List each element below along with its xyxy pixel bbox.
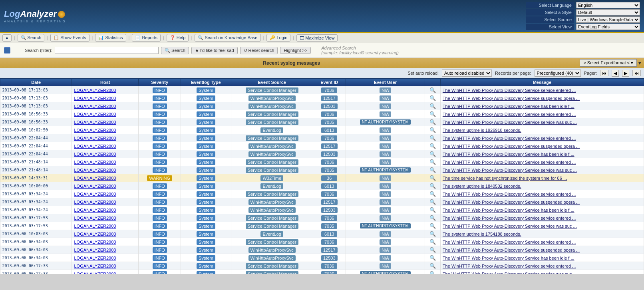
cell-host[interactable]: LOGANALYZER2003 [72,262,139,270]
host-link[interactable]: LOGANALYZER2003 [74,232,116,236]
message-link[interactable]: The WinHTTP Web Proxy Auto-Discovery Ser… [443,144,580,149]
cell-host[interactable]: LOGANALYZER2003 [72,150,139,158]
cell-host[interactable]: LOGANALYZER2003 [72,238,139,246]
cell-search-icon[interactable]: 🔍 [425,102,441,110]
nav-next-button[interactable]: ▶ [622,70,629,77]
search-detail-icon[interactable]: 🔍 [429,95,436,101]
message-link[interactable]: The WinHTTP Web Proxy Auto-Discovery Ser… [443,224,577,228]
search-detail-icon[interactable]: 🔍 [429,103,436,109]
message-link[interactable]: The WinHTTP Web Proxy Auto-Discovery Ser… [443,216,576,220]
cell-host[interactable]: LOGANALYZER2003 [72,118,139,126]
search-detail-icon[interactable]: 🔍 [429,175,436,181]
host-link[interactable]: LOGANALYZER2003 [74,176,116,181]
cell-search-icon[interactable]: 🔍 [425,254,441,262]
message-link[interactable]: The WinHTTP Web Proxy Auto-Discovery Ser… [443,152,574,157]
search-detail-icon[interactable]: 🔍 [429,135,436,141]
host-link[interactable]: LOGANALYZER2003 [74,208,116,213]
cell-message[interactable]: The WinHTTP Web Proxy Auto-Discovery Ser… [440,118,644,126]
host-link[interactable]: LOGANALYZER2003 [74,200,116,205]
search-detail-icon[interactable]: 🔍 [429,215,436,221]
reset-search-button[interactable]: ↺ Reset search [240,47,278,54]
cell-host[interactable]: LOGANALYZER2003 [72,246,139,254]
search-button[interactable]: 🔍 Search [161,47,189,54]
btn-show-events[interactable]: 📋 Show Events [50,34,89,42]
message-link[interactable]: The WinHTTP Web Proxy Auto-Discovery Ser… [443,96,580,101]
message-link[interactable]: The time service has not synchronized th… [443,176,567,181]
cell-host[interactable]: LOGANALYZER2003 [72,206,139,214]
btn-reports[interactable]: 📄 Reports [132,34,161,42]
cell-search-icon[interactable]: 🔍 [425,126,441,134]
cell-search-icon[interactable]: 🔍 [425,214,441,222]
cell-host[interactable]: LOGANALYZER2003 [72,230,139,238]
search-detail-icon[interactable]: 🔍 [429,207,436,213]
message-link[interactable]: The WinHTTP Web Proxy Auto-Discovery Ser… [443,256,574,260]
message-link[interactable]: The WinHTTP Web Proxy Auto-Discovery Ser… [443,168,577,173]
message-link[interactable]: The WinHTTP Web Proxy Auto-Discovery Ser… [443,88,576,93]
message-link[interactable]: The WinHTTP Web Proxy Auto-Discovery Ser… [443,104,574,109]
cell-host[interactable]: LOGANALYZER2003 [72,158,139,166]
search-detail-icon[interactable]: 🔍 [429,255,436,261]
btn-search[interactable]: 🔍 Search [18,34,45,42]
host-link[interactable]: LOGANALYZER2003 [74,144,116,149]
search-detail-icon[interactable]: 🔍 [429,231,436,237]
cell-message[interactable]: The WinHTTP Web Proxy Auto-Discovery Ser… [440,158,644,166]
cell-search-icon[interactable]: 🔍 [425,142,441,150]
message-link[interactable]: The WinHTTP Web Proxy Auto-Discovery Ser… [443,136,576,141]
host-link[interactable]: LOGANALYZER2003 [74,248,116,252]
nav-first-button[interactable]: ⏮ [600,70,608,76]
cell-message[interactable]: The WinHTTP Web Proxy Auto-Discovery Ser… [440,222,644,230]
cell-host[interactable]: LOGANALYZER2003 [72,254,139,262]
host-link[interactable]: LOGANALYZER2003 [74,256,116,260]
cell-host[interactable]: LOGANALYZER2003 [72,198,139,206]
btn-statistics[interactable]: 📊 Statistics [95,34,126,42]
nav-last-button[interactable]: ⏭ [632,70,641,76]
host-link[interactable]: LOGANALYZER2003 [74,272,116,274]
cell-message[interactable]: The WinHTTP Web Proxy Auto-Discovery Ser… [440,262,644,270]
message-link[interactable]: The WinHTTP Web Proxy Auto-Discovery Ser… [443,248,580,252]
btn-login[interactable]: 🔑 Login [266,34,290,42]
message-link[interactable]: The WinHTTP Web Proxy Auto-Discovery Ser… [443,200,580,205]
message-link[interactable]: The system uptime is 1840502 seconds. [443,184,521,189]
host-link[interactable]: LOGANALYZER2003 [74,224,116,228]
message-link[interactable]: The WinHTTP Web Proxy Auto-Discovery Ser… [443,272,577,274]
cell-message[interactable]: The system uptime is 1926918 seconds. [440,126,644,134]
cell-host[interactable]: LOGANALYZER2003 [72,94,139,102]
feel-sad-button[interactable]: ★ I'd like to feel sad [191,47,238,54]
host-link[interactable]: LOGANALYZER2003 [74,112,116,117]
search-detail-icon[interactable]: 🔍 [429,159,436,165]
host-link[interactable]: LOGANALYZER2003 [74,120,116,125]
cell-search-icon[interactable]: 🔍 [425,230,441,238]
cell-message[interactable]: The WinHTTP Web Proxy Auto-Discovery Ser… [440,254,644,262]
cell-message[interactable]: The WinHTTP Web Proxy Auto-Discovery Ser… [440,166,644,174]
search-detail-icon[interactable]: 🔍 [429,239,436,245]
message-link[interactable]: The WinHTTP Web Proxy Auto-Discovery Ser… [443,192,576,197]
cell-search-icon[interactable]: 🔍 [425,182,441,190]
host-link[interactable]: LOGANALYZER2003 [74,184,116,189]
host-link[interactable]: LOGANALYZER2003 [74,216,116,220]
cell-search-icon[interactable]: 🔍 [425,262,441,270]
search-detail-icon[interactable]: 🔍 [429,119,436,125]
cell-message[interactable]: The WinHTTP Web Proxy Auto-Discovery Ser… [440,198,644,206]
cell-search-icon[interactable]: 🔍 [425,134,441,142]
search-detail-icon[interactable]: 🔍 [429,263,436,269]
cell-message[interactable]: The WinHTTP Web Proxy Auto-Discovery Ser… [440,270,644,274]
cell-search-icon[interactable]: 🔍 [425,238,441,246]
cell-search-icon[interactable]: 🔍 [425,110,441,118]
host-link[interactable]: LOGANALYZER2003 [74,152,116,157]
message-link[interactable]: The WinHTTP Web Proxy Auto-Discovery Ser… [443,264,576,268]
cell-message[interactable]: The WinHTTP Web Proxy Auto-Discovery Ser… [440,94,644,102]
view-select[interactable]: EventLog Fields [576,24,640,30]
host-link[interactable]: LOGANALYZER2003 [74,88,116,93]
message-link[interactable]: The WinHTTP Web Proxy Auto-Discovery Ser… [443,208,574,213]
cell-message[interactable]: The system uptime is 1754188 seconds. [440,230,644,238]
cell-search-icon[interactable]: 🔍 [425,158,441,166]
cell-message[interactable]: The WinHTTP Web Proxy Auto-Discovery Ser… [440,150,644,158]
cell-host[interactable]: LOGANALYZER2003 [72,182,139,190]
btn-help[interactable]: ❓ Help [167,34,189,42]
cell-message[interactable]: The WinHTTP Web Proxy Auto-Discovery Ser… [440,246,644,254]
search-input[interactable] [55,47,159,54]
btn-search-kb[interactable]: 🔍 Search in Knowledge Base [195,34,260,42]
search-detail-icon[interactable]: 🔍 [429,183,436,189]
search-detail-icon[interactable]: 🔍 [429,87,436,93]
cell-host[interactable]: LOGANALYZER2003 [72,126,139,134]
